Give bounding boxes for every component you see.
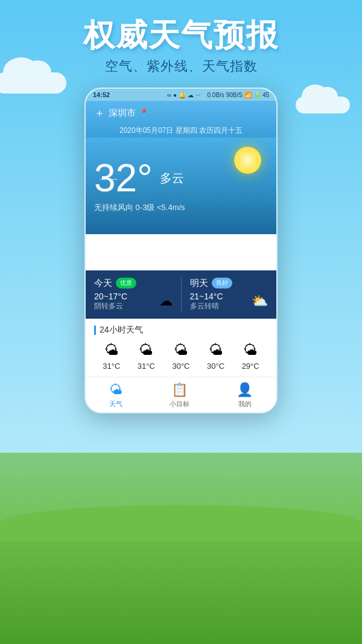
add-location-icon[interactable]: ＋: [94, 106, 105, 120]
nav-item-profile[interactable]: 👤 我的: [237, 382, 253, 409]
profile-nav-icon: 👤: [237, 382, 253, 398]
goals-nav-icon: 📋: [171, 382, 188, 398]
network-speed: 0.0B/s 90B/S: [208, 92, 243, 98]
hourly-temp-2: 31°C: [138, 362, 155, 371]
wind-info: 无持续风向 0-3级 <5.4m/s: [94, 202, 268, 213]
hourly-title-bar: [94, 325, 96, 335]
tomorrow-weather-text: 多云转晴: [190, 301, 223, 311]
date-display: 2020年05月07日 星期四 农历四月十五: [94, 124, 268, 138]
sun-icon-4: 🌤: [209, 342, 223, 359]
hourly-temp-3: 30°C: [172, 362, 189, 371]
status-icons: ∞ ● 🔔 ☁ ··· 0.0B/s 90B/S 📶 🔋 45: [167, 92, 269, 98]
today-weather-icon: ☁: [159, 293, 173, 309]
seagull-2: [111, 179, 118, 182]
list-item: 🌤 31°C: [103, 342, 120, 371]
title-section: 权威天气预报 空气、紫外线、天气指数: [0, 0, 362, 75]
weather-nav-icon: 🌤: [109, 382, 122, 398]
today-temp: 20~17°C: [94, 292, 127, 301]
app-header: ＋ 深圳市 📍 2020年05月07日 星期四 农历四月十五: [86, 101, 276, 138]
signal-icon: ∞: [167, 92, 171, 98]
main-title: 权威天气预报: [0, 18, 362, 53]
today-label-row: 今天 优质: [94, 278, 173, 289]
location-pin-icon: 📍: [139, 109, 148, 117]
profile-nav-label: 我的: [238, 400, 252, 409]
more-icon: ···: [195, 92, 200, 98]
tomorrow-label: 明天: [190, 278, 208, 289]
list-item: 🌤 31°C: [138, 342, 155, 371]
today-quality-badge: 优质: [116, 278, 136, 289]
tomorrow-weather-icon: ⛅: [252, 293, 268, 309]
wifi-icon: 📶: [244, 92, 252, 98]
battery-icon: 🔋: [253, 92, 261, 98]
tomorrow-temp: 21~14°C: [190, 292, 223, 301]
cloud-decoration-right: [296, 97, 350, 113]
today-forecast-bottom: 20~17°C 阴转多云 ☁: [94, 292, 173, 311]
clothing-suggestion: 天气炎热，建议着短衫、短裙、短裤、薄型T恤衫等清凉夏季服装。: [86, 234, 276, 270]
hourly-title-row: 24小时天气: [94, 325, 268, 336]
battery-value: 45: [262, 92, 269, 98]
list-item: 🌤 30°C: [207, 342, 224, 371]
weather-nav-label: 天气: [109, 400, 122, 409]
cloud-icon: ☁: [188, 92, 194, 98]
forecast-row: 今天 优质 20~17°C 阴转多云 ☁ 明天 良好 21~14°C 多云: [86, 270, 276, 319]
sun-icon-1: 🌤: [104, 342, 119, 359]
hourly-section: 24小时天气 🌤 31°C 🌤 31°C 🌤 30°C 🌤 30°C 🌤 29°…: [86, 319, 276, 377]
sun-icon-3: 🌤: [174, 342, 188, 359]
grass-background: [0, 523, 362, 644]
today-weather-text: 阴转多云: [94, 301, 127, 311]
list-item: 🌤 29°C: [242, 342, 259, 371]
nav-item-goals[interactable]: 📋 小目标: [170, 382, 189, 409]
goals-nav-label: 小目标: [170, 400, 189, 409]
location-row: ＋ 深圳市 📍: [94, 106, 268, 120]
today-label: 今天: [94, 278, 112, 289]
sun-circle: [234, 147, 261, 174]
tomorrow-label-row: 明天 良好: [190, 278, 268, 289]
tomorrow-quality-badge: 良好: [212, 278, 232, 289]
phone-mockup: 14:52 ∞ ● 🔔 ☁ ··· 0.0B/s 90B/S 📶 🔋 45 ＋ …: [84, 88, 278, 413]
forecast-tomorrow: 明天 良好 21~14°C 多云转晴 ⛅: [182, 270, 277, 319]
suggestion-text: 天气炎热，建议着短衫、短裙、短裤、薄型T恤衫等清凉夏季服装。: [94, 242, 265, 262]
seagull-1: [99, 179, 106, 182]
seagull-decoration: [98, 174, 132, 185]
weather-description: 多云: [160, 170, 184, 187]
dot-icon: ●: [173, 92, 177, 98]
notification-icon: 🔔: [179, 92, 186, 98]
city-name: 深圳市: [109, 107, 136, 119]
forecast-today: 今天 优质 20~17°C 阴转多云 ☁: [86, 270, 181, 319]
hourly-temp-1: 31°C: [103, 362, 120, 371]
hourly-temp-4: 30°C: [207, 362, 224, 371]
hourly-items: 🌤 31°C 🌤 31°C 🌤 30°C 🌤 30°C 🌤 29°C: [94, 342, 268, 371]
list-item: 🌤 30°C: [172, 342, 189, 371]
tomorrow-forecast-bottom: 21~14°C 多云转晴 ⛅: [190, 292, 268, 311]
cloud-decoration-left: [0, 72, 66, 94]
hourly-title: 24小时天气: [100, 325, 143, 336]
seagull-3: [124, 179, 131, 182]
weather-main: 32° 多云 无持续风向 0-3级 <5.4m/s: [86, 138, 276, 234]
bottom-navigation: 🌤 天气 📋 小目标 👤 我的: [86, 377, 276, 412]
sun-decoration: [228, 144, 264, 180]
sun-icon-2: 🌤: [139, 342, 153, 359]
nav-item-weather[interactable]: 🌤 天气: [109, 382, 122, 409]
status-bar: 14:52 ∞ ● 🔔 ☁ ··· 0.0B/s 90B/S 📶 🔋 45: [86, 89, 276, 101]
status-time: 14:52: [93, 91, 110, 98]
hourly-temp-5: 29°C: [242, 362, 259, 371]
sun-icon-5: 🌤: [243, 342, 258, 359]
sub-title: 空气、紫外线、天气指数: [0, 57, 362, 75]
